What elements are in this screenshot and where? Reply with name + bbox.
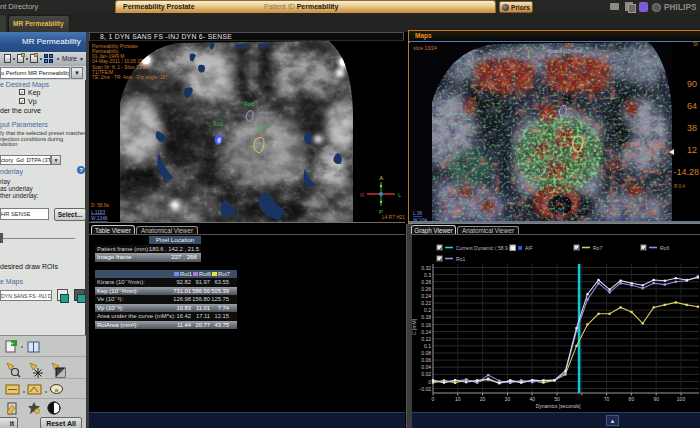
svg-text:0.14: 0.14	[421, 329, 431, 335]
svg-text:0.06: 0.06	[421, 357, 431, 363]
svg-text:20: 20	[480, 396, 486, 402]
svg-text:0: 0	[428, 379, 431, 385]
svg-text:W 1346: W 1346	[91, 216, 108, 221]
svg-text:Permeability Prostate: Permeability Prostate	[92, 44, 138, 49]
svg-text:0: 0	[432, 396, 435, 402]
svg-text:0.28: 0.28	[421, 279, 431, 285]
svg-text:Ro1: Ro1	[456, 256, 465, 262]
svg-text:04-May-2011 / 10:05:37: 04-May-2011 / 10:05:37	[92, 59, 143, 64]
svg-text:slice 13/24: slice 13/24	[413, 45, 437, 51]
svg-text:Current Dynamic ( 58.9 s ): Current Dynamic ( 58.9 s )	[456, 245, 515, 251]
svg-text:0.04: 0.04	[421, 364, 431, 370]
svg-text:Ro7: Ro7	[593, 245, 602, 251]
svg-text:-0.02: -0.02	[420, 386, 432, 392]
svg-text:Dynamics [seconds]: Dynamics [seconds]	[536, 403, 581, 409]
svg-text:01-Jan-1949 M: 01-Jan-1949 M	[92, 54, 124, 59]
svg-text:0.12: 0.12	[421, 336, 431, 342]
svg-text:R: R	[360, 192, 365, 198]
svg-text:AIF: AIF	[525, 245, 533, 251]
svg-text:T1/TFE/M: T1/TFE/M	[92, 70, 113, 75]
svg-text:Roi6: Roi6	[244, 101, 255, 107]
svg-text:L 1183: L 1183	[91, 210, 105, 215]
svg-text:80: 80	[629, 396, 635, 402]
svg-text:0.02: 0.02	[421, 371, 431, 377]
svg-text:0.24: 0.24	[421, 293, 431, 299]
svg-text:0.26: 0.26	[421, 286, 431, 292]
svg-text:0.1: 0.1	[424, 343, 431, 349]
svg-text:L4 R7 H21: L4 R7 H21	[382, 215, 405, 220]
svg-text:0.18: 0.18	[421, 314, 431, 320]
svg-text:0.32: 0.32	[421, 265, 431, 271]
svg-text:L 36: L 36	[413, 211, 422, 216]
svg-text:+: +	[10, 340, 14, 346]
svg-text:0.22: 0.22	[421, 300, 431, 306]
svg-text:A: A	[379, 175, 383, 181]
svg-text:0.3: 0.3	[424, 272, 431, 278]
svg-text:Roi7: Roi7	[256, 125, 267, 131]
svg-text:90: 90	[653, 396, 659, 402]
svg-text:Permeability: Permeability	[92, 49, 119, 54]
svg-text:Roi1: Roi1	[213, 121, 224, 127]
svg-text:100: 100	[677, 396, 686, 402]
svg-text:30: 30	[505, 396, 511, 402]
svg-text:C [mM]: C [mM]	[412, 318, 417, 335]
svg-text:w: w	[55, 387, 59, 393]
svg-text:10: 10	[455, 396, 461, 402]
svg-text:MIP: MIP	[565, 42, 575, 48]
svg-text:Scan Nr: 8, 1 - Slice 13/24: Scan Nr: 8, 1 - Slice 13/24	[92, 65, 148, 70]
svg-text:0.08: 0.08	[421, 350, 431, 356]
svg-text:Ro6: Ro6	[660, 245, 669, 251]
svg-text:D: 58.9s: D: 58.9s	[91, 203, 109, 208]
svg-text:70: 70	[604, 396, 610, 402]
svg-text:0.2: 0.2	[424, 307, 431, 313]
svg-text:40: 40	[529, 396, 535, 402]
svg-text:0.16: 0.16	[421, 322, 431, 328]
svg-text:TE: 2ms - TR: 4ms - Flip ang: TE: 2ms - TR: 4ms - Flip angle: 10°	[92, 75, 167, 80]
svg-text:Ktrans (10⁻³/min): Ktrans (10⁻³/min)	[548, 49, 585, 54]
svg-text:50: 50	[554, 396, 560, 402]
